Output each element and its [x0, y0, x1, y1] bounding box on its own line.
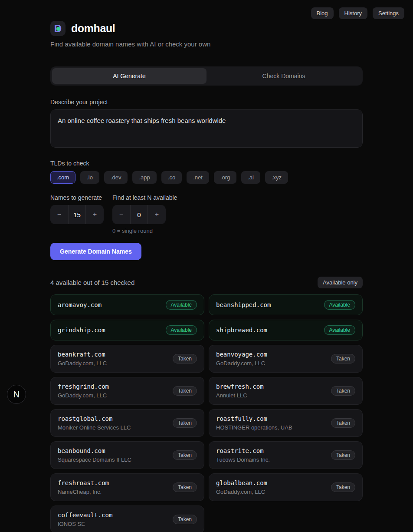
domain-card-info: shipbrewed.com — [216, 327, 267, 334]
min-available-stepper: − 0 + — [112, 205, 166, 224]
domhaul-logo-icon: D — [50, 21, 66, 36]
domain-card-info: freshgrind.comGoDaddy.com, LLC — [58, 383, 109, 399]
domhaul-app: BlogHistorySettings D domhaul Find avail… — [0, 0, 413, 532]
domain-card-info: roastglobal.comMoniker Online Services L… — [58, 415, 131, 431]
domain-card[interactable]: brewfresh.comAnnulet LLCTaken — [209, 377, 363, 405]
available-badge: Available — [324, 325, 355, 335]
registrar-name: Annulet LLC — [216, 392, 264, 399]
tld-chip-org[interactable]: .org — [214, 171, 236, 184]
domain-card[interactable]: coffeevault.comIONOS SETaken — [50, 506, 204, 532]
available-badge: Available — [324, 300, 355, 310]
domain-card-info: roastrite.comTucows Domains Inc. — [216, 447, 270, 463]
generate-domain-names-button[interactable]: Generate Domain Names — [50, 243, 141, 260]
domain-card[interactable]: aromavoy.comAvailable — [50, 294, 204, 315]
app-tagline: Find available domain names with AI or c… — [50, 40, 363, 48]
main-content: D domhaul Find available domain names wi… — [50, 0, 363, 532]
domain-name: freshroast.com — [58, 479, 109, 486]
domain-card-info: beankraft.comGoDaddy.com, LLC — [58, 351, 107, 367]
registrar-name: Moniker Online Services LLC — [58, 424, 131, 431]
tab-check-domains[interactable]: Check Domains — [206, 68, 361, 84]
domain-card[interactable]: beanvoyage.comGoDaddy.com, LLCTaken — [209, 345, 363, 373]
domain-name: freshgrind.com — [58, 383, 109, 390]
domain-name: beanvoyage.com — [216, 351, 267, 358]
domain-card-info: beanbound.comSquarespace Domains II LLC — [58, 447, 131, 463]
nextjs-badge[interactable]: N — [7, 385, 26, 404]
min-available-increment-button[interactable]: + — [148, 205, 166, 224]
domain-name: roastglobal.com — [58, 415, 131, 422]
taken-badge: Taken — [331, 418, 355, 428]
results-header: 4 available out of 15 checked Available … — [50, 277, 363, 288]
logo-dot — [56, 27, 60, 31]
domain-card[interactable]: freshgrind.comGoDaddy.com, LLCTaken — [50, 377, 204, 405]
domain-card[interactable]: grindship.comAvailable — [50, 320, 204, 340]
nav-blog-button[interactable]: Blog — [311, 7, 334, 19]
tld-chip-dev[interactable]: .dev — [104, 171, 128, 184]
results-grid: aromavoy.comAvailablebeanshipped.comAvai… — [50, 294, 363, 532]
domain-card[interactable]: roastrite.comTucows Domains Inc.Taken — [209, 441, 363, 469]
registrar-name: GoDaddy.com, LLC — [58, 392, 109, 399]
domain-name: shipbrewed.com — [216, 327, 267, 334]
names-to-generate-label: Names to generate — [50, 194, 104, 201]
taken-badge: Taken — [331, 354, 355, 363]
available-badge: Available — [166, 325, 197, 335]
registrar-name: NameCheap, Inc. — [58, 489, 109, 495]
tld-chip-co[interactable]: .co — [161, 171, 182, 184]
domain-name: roastfully.com — [216, 415, 292, 422]
domain-card[interactable]: beanshipped.comAvailable — [209, 294, 363, 315]
domain-card-info: freshroast.comNameCheap, Inc. — [58, 479, 109, 495]
tld-chip-app[interactable]: .app — [132, 171, 156, 184]
available-badge: Available — [166, 300, 197, 310]
tld-chip-net[interactable]: .net — [187, 171, 209, 184]
registrar-name: GoDaddy.com, LLC — [216, 489, 267, 495]
taken-badge: Taken — [173, 450, 197, 460]
domain-card-info: globalbean.comGoDaddy.com, LLC — [216, 479, 267, 495]
taken-badge: Taken — [173, 515, 197, 524]
domain-name: beanshipped.com — [216, 301, 271, 308]
domain-card[interactable]: beankraft.comGoDaddy.com, LLCTaken — [50, 345, 204, 373]
domain-name: beanbound.com — [58, 447, 131, 454]
top-nav: BlogHistorySettings — [311, 7, 404, 19]
mode-tabs: AI Generate Check Domains — [50, 66, 363, 86]
taken-badge: Taken — [173, 354, 197, 363]
app-title: domhaul — [71, 22, 115, 35]
domain-card[interactable]: shipbrewed.comAvailable — [209, 320, 363, 340]
domain-card-info: aromavoy.com — [58, 301, 102, 308]
domain-card-info: brewfresh.comAnnulet LLC — [216, 383, 264, 399]
taken-badge: Taken — [173, 418, 197, 428]
domain-card[interactable]: roastglobal.comMoniker Online Services L… — [50, 409, 204, 437]
tld-chip-ai[interactable]: .ai — [241, 171, 260, 184]
tld-chip-xyz[interactable]: .xyz — [265, 171, 288, 184]
domain-card[interactable]: roastfully.comHOSTINGER operations, UABT… — [209, 409, 363, 437]
domain-card-info: grindship.com — [58, 327, 105, 334]
nextjs-n-icon: N — [13, 390, 20, 400]
names-decrement-button[interactable]: − — [50, 205, 68, 224]
nav-history-button[interactable]: History — [339, 7, 367, 19]
tld-chip-com[interactable]: .com — [50, 171, 75, 184]
nav-settings-button[interactable]: Settings — [373, 7, 404, 19]
names-to-generate-stepper: − 15 + — [50, 205, 104, 224]
results-section: 4 available out of 15 checked Available … — [50, 277, 363, 532]
domain-card-info: coffeevault.comIONOS SE — [58, 512, 112, 527]
names-increment-button[interactable]: + — [86, 205, 104, 224]
domain-card-info: beanshipped.com — [216, 301, 271, 308]
domain-name: brewfresh.com — [216, 383, 264, 390]
results-summary: 4 available out of 15 checked — [50, 279, 134, 286]
domain-name: beankraft.com — [58, 351, 107, 358]
tab-ai-generate[interactable]: AI Generate — [52, 68, 206, 84]
tld-chip-io[interactable]: .io — [80, 171, 99, 184]
taken-badge: Taken — [173, 386, 197, 396]
min-available-decrement-button[interactable]: − — [112, 205, 130, 224]
domain-card[interactable]: beanbound.comSquarespace Domains II LLCT… — [50, 441, 204, 469]
project-description-input[interactable] — [50, 109, 363, 148]
registrar-name: Squarespace Domains II LLC — [58, 456, 131, 463]
available-only-filter-button[interactable]: Available only — [318, 277, 363, 288]
registrar-name: IONOS SE — [58, 521, 112, 527]
domain-name: aromavoy.com — [58, 301, 102, 308]
domain-card[interactable]: freshroast.comNameCheap, Inc.Taken — [50, 473, 204, 501]
domain-card[interactable]: globalbean.comGoDaddy.com, LLCTaken — [209, 473, 363, 501]
steppers-row: Names to generate − 15 + Find at least N… — [50, 194, 363, 234]
names-value: 15 — [68, 205, 86, 224]
domain-name: coffeevault.com — [58, 512, 112, 519]
min-available-hint: 0 = single round — [112, 228, 177, 234]
domain-name: roastrite.com — [216, 447, 270, 454]
